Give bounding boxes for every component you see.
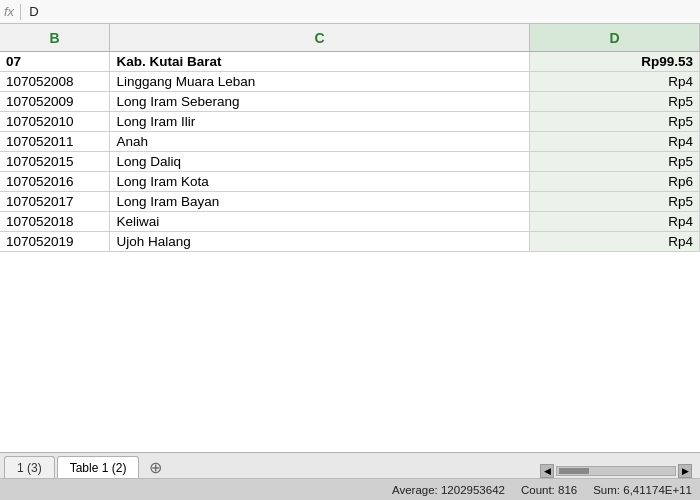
cell-b-1[interactable]: 107052008: [0, 72, 110, 92]
formula-bar-fx-label: fx: [4, 4, 14, 19]
cell-c-6[interactable]: Long Iram Kota: [110, 172, 530, 192]
table-row[interactable]: 107052011AnahRp4: [0, 132, 700, 152]
sheet-tab-1[interactable]: 1 (3): [4, 456, 55, 478]
cell-c-5[interactable]: Long Daliq: [110, 152, 530, 172]
status-average: Average: 1202953642: [392, 484, 505, 496]
cell-d-0[interactable]: Rp99.53: [530, 52, 700, 72]
cell-d-4[interactable]: Rp4: [530, 132, 700, 152]
add-sheet-button[interactable]: ⊕: [145, 457, 165, 477]
cell-c-7[interactable]: Long Iram Bayan: [110, 192, 530, 212]
cell-c-4[interactable]: Anah: [110, 132, 530, 152]
table-row[interactable]: 107052016Long Iram KotaRp6: [0, 172, 700, 192]
cell-b-0[interactable]: 07: [0, 52, 110, 72]
cell-b-9[interactable]: 107052019: [0, 232, 110, 252]
cell-d-5[interactable]: Rp5: [530, 152, 700, 172]
table-row[interactable]: 107052017Long Iram BayanRp5: [0, 192, 700, 212]
cell-b-6[interactable]: 107052016: [0, 172, 110, 192]
table-row[interactable]: 107052019Ujoh HalangRp4: [0, 232, 700, 252]
cell-b-3[interactable]: 107052010: [0, 112, 110, 132]
cell-d-7[interactable]: Rp5: [530, 192, 700, 212]
cell-c-8[interactable]: Keliwai: [110, 212, 530, 232]
status-count: Count: 816: [521, 484, 577, 496]
cell-c-3[interactable]: Long Iram Ilir: [110, 112, 530, 132]
scroll-controls: ◀ ▶: [540, 464, 692, 478]
scroll-thumb: [559, 468, 589, 474]
tab-bar: 1 (3) Table 1 (2) ⊕ ◀ ▶: [0, 452, 700, 478]
status-bar: Average: 1202953642 Count: 816 Sum: 6,41…: [0, 478, 700, 500]
scroll-left-btn[interactable]: ◀: [540, 464, 554, 478]
formula-bar-value: D: [29, 4, 38, 19]
scroll-right-btn[interactable]: ▶: [678, 464, 692, 478]
col-header-c[interactable]: C: [110, 24, 530, 51]
formula-bar: fx D: [0, 0, 700, 24]
table-row[interactable]: 107052008Linggang Muara LebanRp4: [0, 72, 700, 92]
cell-c-0[interactable]: Kab. Kutai Barat: [110, 52, 530, 72]
cell-d-8[interactable]: Rp4: [530, 212, 700, 232]
cell-c-9[interactable]: Ujoh Halang: [110, 232, 530, 252]
cell-d-6[interactable]: Rp6: [530, 172, 700, 192]
cell-b-2[interactable]: 107052009: [0, 92, 110, 112]
column-headers: B C D: [0, 24, 700, 52]
table-row[interactable]: 107052015Long DaliqRp5: [0, 152, 700, 172]
cell-b-4[interactable]: 107052011: [0, 132, 110, 152]
scroll-track[interactable]: [556, 466, 676, 476]
cell-c-2[interactable]: Long Iram Seberang: [110, 92, 530, 112]
col-header-d[interactable]: D: [530, 24, 700, 51]
cell-b-5[interactable]: 107052015: [0, 152, 110, 172]
status-sum: Sum: 6,41174E+11: [593, 484, 692, 496]
cell-b-8[interactable]: 107052018: [0, 212, 110, 232]
table-row[interactable]: 107052009Long Iram SeberangRp5: [0, 92, 700, 112]
cell-c-1[interactable]: Linggang Muara Leban: [110, 72, 530, 92]
col-header-b[interactable]: B: [0, 24, 110, 51]
cell-d-3[interactable]: Rp5: [530, 112, 700, 132]
cell-d-9[interactable]: Rp4: [530, 232, 700, 252]
cell-d-1[interactable]: Rp4: [530, 72, 700, 92]
formula-bar-separator: [20, 4, 21, 20]
sheet-tab-table1[interactable]: Table 1 (2): [57, 456, 140, 478]
table-row[interactable]: 107052010Long Iram IlirRp5: [0, 112, 700, 132]
data-table: 07Kab. Kutai BaratRp99.53107052008Lingga…: [0, 52, 700, 252]
cell-b-7[interactable]: 107052017: [0, 192, 110, 212]
table-row[interactable]: 07Kab. Kutai BaratRp99.53: [0, 52, 700, 72]
table-row[interactable]: 107052018KeliwaiRp4: [0, 212, 700, 232]
spreadsheet-body: 07Kab. Kutai BaratRp99.53107052008Lingga…: [0, 52, 700, 452]
cell-d-2[interactable]: Rp5: [530, 92, 700, 112]
